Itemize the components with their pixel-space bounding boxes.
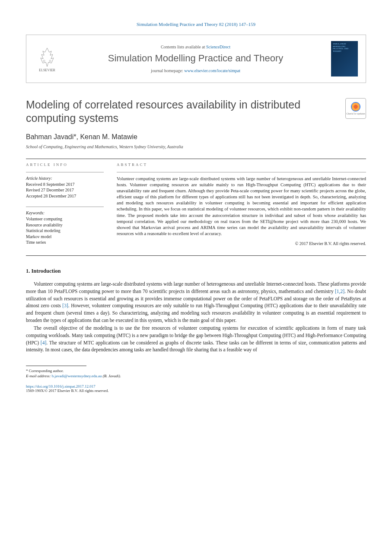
keyword: Volunteer computing bbox=[26, 216, 104, 222]
doi-link[interactable]: https://doi.org/10.1016/j.simpat.2017.12… bbox=[26, 384, 96, 389]
body-paragraph: Volunteer computing systems are large-sc… bbox=[26, 280, 366, 324]
footer-divider bbox=[26, 366, 86, 366]
homepage-line: journal homepage: www.elsevier.com/locat… bbox=[67, 68, 324, 73]
abstract-label: ABSTRACT bbox=[117, 162, 366, 167]
intro-heading: 1. Introduction bbox=[26, 268, 366, 274]
svg-point-0 bbox=[43, 60, 45, 62]
citation-ref[interactable]: [3] bbox=[62, 303, 68, 308]
citation-ref[interactable]: [4] bbox=[41, 340, 46, 345]
corresp-text: Corresponding author. bbox=[29, 369, 64, 373]
para-text: Volunteer computing systems are large-sc… bbox=[26, 281, 366, 294]
divider bbox=[26, 255, 366, 256]
divider bbox=[26, 159, 366, 159]
email-label: E-mail address: bbox=[26, 374, 52, 378]
journal-name: Simulation Modelling Practice and Theory bbox=[67, 53, 324, 64]
history-item: Accepted 28 December 2017 bbox=[26, 193, 104, 199]
body-paragraph: The overall objective of the modeling is… bbox=[26, 325, 366, 353]
keyword: Resource availability bbox=[26, 222, 104, 228]
issn-line: 1569-190X/© 2017 Elsevier B.V. All right… bbox=[26, 389, 366, 393]
contents-prefix: Contents lists available at bbox=[161, 45, 206, 49]
para-text: . However, volunteer computing resources… bbox=[26, 303, 366, 322]
svg-point-1 bbox=[49, 60, 51, 62]
doi-line: https://doi.org/10.1016/j.simpat.2017.12… bbox=[26, 384, 366, 389]
history-label: Article history: bbox=[26, 176, 104, 181]
journal-header-box: ELSEVIER Contents lists available at Sci… bbox=[26, 35, 366, 83]
elsevier-logo: ELSEVIER bbox=[34, 44, 60, 74]
abstract-text: Volunteer computing systems are large-sc… bbox=[117, 176, 366, 237]
publisher-label: ELSEVIER bbox=[39, 68, 55, 72]
updates-icon bbox=[351, 102, 360, 111]
contents-line: Contents lists available at ScienceDirec… bbox=[67, 45, 324, 49]
affiliation: School of Computing, Engineering and Mat… bbox=[26, 144, 366, 149]
article-info-column: ARTICLE INFO Article history: Received 8… bbox=[26, 162, 104, 246]
corresponding-author: * Corresponding author. bbox=[26, 369, 366, 373]
check-updates-badge[interactable]: Check for updates bbox=[345, 98, 366, 119]
author-email-link[interactable]: b.javadi@westernsydney.edu.au bbox=[52, 374, 102, 378]
history-item: Revised 27 December 2017 bbox=[26, 187, 104, 193]
keyword: Statistical modeling bbox=[26, 228, 104, 234]
article-title: Modeling of correlated resources availab… bbox=[26, 98, 337, 125]
citation-header: Simulation Modelling Practice and Theory… bbox=[26, 22, 366, 27]
thin-divider bbox=[26, 172, 104, 172]
keyword: Markov model bbox=[26, 234, 104, 240]
keyword: Time series bbox=[26, 239, 104, 245]
article-info-label: ARTICLE INFO bbox=[26, 162, 104, 167]
thin-divider bbox=[117, 172, 366, 172]
history-item: Received 8 September 2017 bbox=[26, 182, 104, 188]
citation-ref[interactable]: [1,2] bbox=[335, 289, 344, 294]
para-text: . The structure of MTC applications can … bbox=[26, 340, 366, 353]
journal-cover-thumb: SIMULATION MODELLING PRACTICE AND THEORY bbox=[331, 41, 358, 76]
updates-label: Check for updates bbox=[346, 112, 365, 115]
sciencedirect-link[interactable]: ScienceDirect bbox=[206, 45, 230, 49]
corresp-marker: * bbox=[26, 369, 29, 373]
abstract-column: ABSTRACT Volunteer computing systems are… bbox=[117, 162, 366, 246]
thin-divider bbox=[26, 207, 104, 207]
keywords-label: Keywords: bbox=[26, 210, 104, 215]
homepage-prefix: journal homepage: bbox=[151, 68, 184, 73]
email-suffix: (B. Javadi). bbox=[102, 374, 121, 378]
abstract-copyright: © 2017 Elsevier B.V. All rights reserved… bbox=[117, 241, 366, 246]
homepage-link[interactable]: www.elsevier.com/locate/simpat bbox=[184, 68, 240, 73]
authors: Bahman Javadi*, Kenan M. Matawie bbox=[26, 133, 366, 141]
email-line: E-mail address: b.javadi@westernsydney.e… bbox=[26, 374, 366, 378]
elsevier-tree-icon bbox=[36, 46, 58, 67]
